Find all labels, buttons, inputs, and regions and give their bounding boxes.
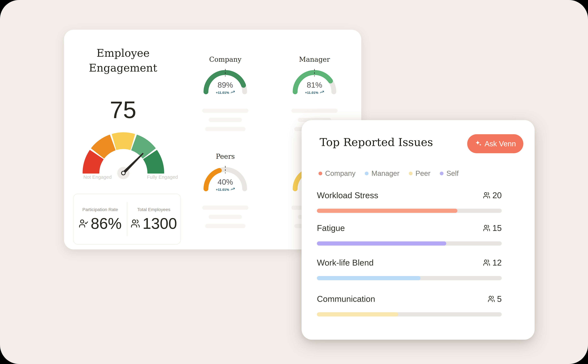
- issue-bar-fill: [317, 276, 420, 280]
- issue-bar-track: [317, 241, 502, 246]
- legend-item-peer[interactable]: Peer: [409, 169, 430, 177]
- participation-stats-box: Participation Rate 86% Total Employees 1…: [73, 194, 181, 244]
- total-employees-value: 1300: [143, 216, 177, 231]
- trending-up-icon: [231, 91, 235, 95]
- issue-row-work-life-blend: Work-life Blend 12: [317, 257, 502, 280]
- skeleton-line: [202, 109, 248, 113]
- mini-gauge-value: 89%: [196, 81, 254, 89]
- issue-count: 5: [488, 294, 502, 304]
- issue-label: Workload Stress: [317, 190, 378, 200]
- users-icon: [131, 219, 140, 228]
- total-employees-label: Total Employees: [137, 207, 170, 212]
- skeleton-line: [209, 118, 242, 122]
- issue-bar-track: [317, 312, 502, 317]
- users-icon: [488, 295, 495, 303]
- issue-bar-track: [317, 276, 502, 280]
- users-icon: [483, 224, 490, 232]
- skeleton-line: [205, 127, 245, 131]
- legend-dot: [440, 172, 443, 175]
- users-icon: [483, 192, 490, 199]
- ask-venn-label: Ask Venn: [485, 139, 516, 148]
- engagement-gauge: [81, 130, 165, 181]
- mini-gauge-trend: +11.01%: [196, 91, 254, 95]
- participation-rate-stat: Participation Rate 86%: [73, 194, 127, 244]
- issue-count: 20: [483, 190, 502, 200]
- issue-label: Communication: [317, 294, 375, 304]
- issue-row-communication: Communication 5: [317, 293, 502, 317]
- participation-rate-value: 86%: [91, 216, 122, 231]
- issues-title: Top Reported Issues: [320, 136, 433, 149]
- total-employees-stat: Total Employees 1300: [127, 194, 181, 244]
- mini-gauge-trend: +11.01%: [196, 188, 254, 192]
- issue-bar-fill: [317, 209, 457, 213]
- engagement-title: Employee Engagement: [88, 46, 159, 75]
- skeleton-line: [291, 109, 337, 113]
- issue-count: 15: [483, 223, 502, 233]
- trending-up-icon: [320, 91, 324, 95]
- mini-gauge-trend: +11.01%: [285, 91, 344, 95]
- users-icon: [483, 259, 490, 266]
- legend-item-self[interactable]: Self: [440, 169, 459, 177]
- sparkles-icon: [475, 140, 482, 147]
- user-check-icon: [79, 219, 88, 228]
- rater-legend: Company Manager Peer Self: [318, 169, 459, 177]
- issue-bar-track: [317, 209, 502, 213]
- mini-gauge-label: Peers: [196, 152, 254, 160]
- ask-venn-button[interactable]: Ask Venn: [467, 134, 523, 153]
- issue-bar-fill: [317, 312, 398, 317]
- issue-row-workload-stress: Workload Stress 20: [317, 189, 502, 213]
- mini-gauge-company: Company 89% +11.01%: [196, 51, 254, 134]
- mini-gauge-peers: Peers 40% +11.01%: [196, 148, 254, 231]
- legend-item-company[interactable]: Company: [318, 169, 356, 177]
- engagement-score: 75: [88, 97, 159, 123]
- issue-label: Work-life Blend: [317, 258, 374, 267]
- mini-gauge-value: 81%: [285, 81, 344, 89]
- mini-gauge-label: Company: [196, 55, 254, 63]
- gauge-max-label: Fully Engaged: [142, 174, 178, 180]
- legend-dot: [318, 172, 322, 175]
- issue-row-fatigue: Fatigue 15: [317, 222, 502, 246]
- legend-dot: [365, 172, 369, 175]
- top-reported-issues-card: Top Reported Issues Ask Venn Company Man…: [302, 120, 535, 340]
- trending-up-icon: [231, 188, 235, 192]
- mini-gauge-label: Manager: [285, 55, 344, 63]
- issue-label: Fatigue: [317, 223, 345, 233]
- legend-item-manager[interactable]: Manager: [365, 169, 399, 177]
- dashboard-background: Employee Engagement 75 Not Engaged Fully…: [0, 0, 588, 364]
- mini-gauge-value: 40%: [196, 178, 254, 186]
- skeleton-line: [209, 215, 242, 219]
- skeleton-line: [205, 224, 245, 228]
- participation-rate-label: Participation Rate: [82, 207, 118, 212]
- gauge-min-label: Not Engaged: [83, 174, 119, 180]
- skeleton-line: [202, 206, 248, 210]
- issue-bar-fill: [317, 241, 446, 246]
- issue-count: 12: [483, 258, 502, 267]
- legend-dot: [409, 172, 413, 175]
